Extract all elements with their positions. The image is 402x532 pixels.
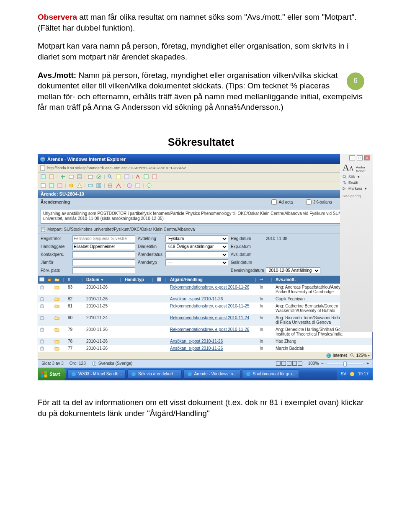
folder-icon[interactable] bbox=[53, 315, 61, 320]
toolbar-icon[interactable] bbox=[48, 182, 55, 189]
hdr-folder-icon[interactable] bbox=[53, 277, 61, 283]
svg-rect-10 bbox=[88, 176, 93, 178]
change-format-icon[interactable]: AA bbox=[343, 162, 353, 173]
toolbar-icon[interactable] bbox=[76, 173, 83, 180]
toolbar-icon[interactable]: ? bbox=[146, 182, 152, 189]
toolbar-icon[interactable] bbox=[48, 173, 55, 180]
toolbar-icon[interactable] bbox=[107, 182, 113, 189]
taskbar-task[interactable]: Sök via ärendekort ... bbox=[127, 369, 182, 379]
case-description[interactable]: Utlysning av anställning som POSTDOKTOR … bbox=[41, 209, 370, 224]
toolbar-icon[interactable] bbox=[87, 173, 94, 180]
row-action-link[interactable]: Ansökan, e-post 2010-11-26 bbox=[169, 346, 253, 351]
hdr-handltyp[interactable]: Handl.typ bbox=[124, 277, 149, 282]
row-action-link[interactable]: Ansökan, e-post 2010-11-26 bbox=[169, 296, 253, 302]
toolbar-icon[interactable] bbox=[95, 173, 102, 180]
toolbar-icon[interactable] bbox=[124, 173, 130, 180]
find-menu[interactable]: Sök▾ bbox=[343, 175, 370, 179]
toolbar-icon[interactable] bbox=[40, 173, 46, 180]
toolbar-icon[interactable] bbox=[40, 182, 46, 189]
toolbar-icon[interactable] bbox=[134, 173, 141, 180]
folder-icon[interactable] bbox=[53, 338, 61, 344]
maximize-icon[interactable]: □ bbox=[357, 155, 363, 160]
toolbar-icon[interactable] bbox=[151, 173, 158, 180]
taskbar-task[interactable]: Ärende - Windows In... bbox=[183, 369, 240, 379]
kontaktpers-input[interactable] bbox=[72, 251, 135, 258]
word-language[interactable]: Svenska (Sverige) bbox=[92, 361, 133, 366]
toolbar-icon[interactable] bbox=[87, 182, 94, 189]
word-page-indicator[interactable]: Sida: 3 av 3 bbox=[41, 361, 64, 366]
row-action-link[interactable]: Rekommendationsbrev, e-post 2010-11-24 bbox=[169, 315, 253, 320]
jk-balans-checkbox[interactable]: JK-balans bbox=[306, 199, 332, 205]
taskbar-task[interactable]: Snabbmanual för gru... bbox=[242, 369, 299, 379]
handlaggare-input[interactable] bbox=[72, 243, 135, 250]
lbl-avdelning: Avdelning bbox=[138, 236, 163, 241]
registrator-input[interactable] bbox=[72, 235, 135, 242]
row-date: 2010-11-24 bbox=[85, 315, 118, 320]
url-field[interactable]: http://landa.it.su.se/Asp/StandardCaseFo… bbox=[47, 166, 367, 170]
hdr-icon[interactable] bbox=[38, 277, 46, 283]
motpart-value: SU/Stockholms universitet/Fysikum/OKC/Os… bbox=[64, 227, 195, 232]
hdr-num[interactable]: # bbox=[67, 277, 79, 282]
close-icon[interactable]: × bbox=[364, 155, 370, 160]
hdr-attach-icon[interactable] bbox=[155, 277, 163, 283]
tray-clock[interactable]: 19:17 bbox=[358, 372, 368, 376]
row-date: 2010-11-26 bbox=[85, 327, 118, 332]
delete-icon[interactable] bbox=[38, 284, 46, 290]
toolbar-icon[interactable] bbox=[115, 173, 122, 180]
select-menu[interactable]: Markera▾ bbox=[343, 186, 370, 191]
arendetyp-select[interactable]: --- bbox=[165, 259, 228, 266]
minimize-icon[interactable]: – bbox=[349, 155, 355, 160]
folder-icon[interactable] bbox=[53, 284, 61, 290]
delete-icon[interactable] bbox=[38, 315, 46, 320]
delete-icon[interactable] bbox=[38, 346, 46, 351]
toolbar-icon[interactable] bbox=[95, 182, 102, 189]
toolbar-icon[interactable] bbox=[68, 173, 75, 180]
svg-point-63 bbox=[188, 372, 192, 376]
toolbar-icon[interactable] bbox=[68, 182, 75, 189]
toolbar-icon[interactable] bbox=[57, 182, 63, 189]
avdelning-select[interactable]: Fysikum bbox=[165, 235, 228, 242]
toolbar-icon[interactable] bbox=[115, 182, 122, 189]
jamfor-input[interactable] bbox=[72, 259, 135, 266]
row-action-link[interactable]: Rekommendationsbrev, e-post 2010-11-25 bbox=[169, 303, 253, 309]
svg-point-61 bbox=[72, 372, 76, 376]
delete-icon[interactable] bbox=[38, 296, 46, 302]
replace-menu[interactable]: Ersätt bbox=[343, 181, 370, 185]
row-action-link[interactable]: Rekommendationsbrev, e-post 2010-11-26 bbox=[169, 284, 253, 290]
taskbar-task[interactable]: W303 - Mikael Sandb... bbox=[67, 369, 126, 379]
tray-lang[interactable]: SV bbox=[341, 372, 346, 376]
page-number-badge: 6 bbox=[347, 72, 364, 90]
folder-icon[interactable] bbox=[53, 303, 61, 309]
delete-icon[interactable] bbox=[38, 327, 46, 332]
folder-icon[interactable] bbox=[53, 346, 61, 351]
toolbar-icon[interactable] bbox=[107, 173, 113, 180]
diariebtkn-select[interactable]: 619 Övriga anställningar bbox=[165, 243, 228, 250]
folder-icon[interactable] bbox=[53, 296, 61, 302]
delete-icon[interactable] bbox=[38, 338, 46, 344]
table-row: 772010-11-26Ansökan, e-post 2010-11-26In… bbox=[38, 345, 372, 352]
forvplats-input[interactable] bbox=[72, 267, 135, 274]
row-action-link[interactable]: Rekommendationsbrev, e-post 2010-11-26 bbox=[169, 327, 253, 332]
toolbar-icon[interactable] bbox=[59, 173, 66, 180]
bottom-p1: För att ta del av informationen om ett v… bbox=[38, 397, 364, 418]
folder-icon[interactable] bbox=[53, 327, 61, 332]
arendestatus-select[interactable]: --- bbox=[165, 251, 228, 258]
toolbar-icon[interactable] bbox=[134, 182, 141, 189]
toolbar-icon[interactable] bbox=[126, 182, 133, 189]
word-view-buttons[interactable] bbox=[276, 361, 302, 366]
row-action-link[interactable]: Ansökan, e-post 2010-11-26 bbox=[169, 338, 253, 344]
hdr-atgard[interactable]: Åtgärd/Handling bbox=[169, 277, 253, 282]
tray-icon[interactable] bbox=[350, 372, 355, 377]
toolbar-icon[interactable] bbox=[143, 173, 149, 180]
hdr-dir-icon[interactable] bbox=[258, 277, 268, 282]
toolbar-icon[interactable] bbox=[76, 182, 83, 189]
hdr-datum[interactable]: Datum ▼ bbox=[85, 277, 118, 282]
start-button[interactable]: Start bbox=[38, 368, 66, 380]
bevakning-select[interactable]: 2010-12-05 Anställning bbox=[266, 267, 320, 274]
zoom-control[interactable]: 125% ▾ bbox=[350, 353, 370, 358]
hdr-lock-icon[interactable] bbox=[46, 277, 53, 283]
word-word-count[interactable]: Ord: 123 bbox=[70, 361, 86, 366]
delete-icon[interactable] bbox=[38, 303, 46, 309]
ad-acta-checkbox[interactable]: Ad acta bbox=[271, 199, 293, 205]
word-zoom-slider[interactable]: 100% − + bbox=[308, 361, 369, 366]
